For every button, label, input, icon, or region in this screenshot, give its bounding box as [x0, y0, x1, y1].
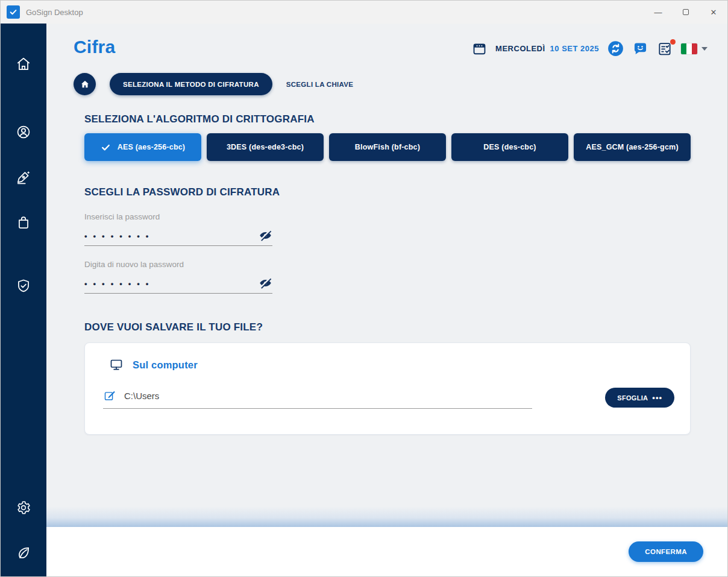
save-section: DOVE VUOI SALVARE IL TUO FILE? Sul compu…	[84, 321, 691, 435]
user-icon	[16, 124, 31, 140]
language-selector[interactable]	[681, 43, 708, 54]
minimize-button[interactable]: —	[644, 1, 672, 24]
destination-label: Sul computer	[133, 359, 198, 371]
password-field: Inserisci la password ••••••••	[84, 212, 272, 246]
password-section-title: SCEGLI LA PASSWORD DI CIFRATURA	[84, 186, 691, 198]
algo-option-blowfish[interactable]: BlowFish (bf-cbc)	[329, 133, 446, 161]
breadcrumb-home-button[interactable]	[74, 73, 96, 95]
footer: CONFERMA	[46, 527, 727, 576]
leaf-icon	[16, 545, 31, 561]
algorithm-section: SELEZIONA L'ALGORITMO DI CRITTOGRAFIA AE…	[84, 113, 691, 161]
file-path-value: C:\Users	[124, 391, 159, 401]
app-title: GoSign Desktop	[26, 8, 83, 17]
step-choose-key: SCEGLI LA CHIAVE	[286, 81, 354, 88]
password-section: SCEGLI LA PASSWORD DI CIFRATURA Inserisc…	[84, 186, 691, 294]
sidebar-item-eco[interactable]	[16, 545, 31, 561]
shield-check-icon	[16, 278, 31, 294]
sidebar-item-profile[interactable]	[16, 124, 31, 140]
password-label: Inserisci la password	[84, 212, 272, 221]
algorithm-section-title: SELEZIONA L'ALGORITMO DI CRITTOGRAFIA	[84, 113, 691, 125]
ellipsis-icon: •••	[652, 393, 662, 402]
titlebar: GoSign Desktop — ✕	[1, 1, 727, 24]
page-title: Cifra	[74, 37, 115, 57]
maximize-icon	[683, 9, 689, 15]
toggle-password-visibility-icon[interactable]	[259, 229, 272, 242]
date-value: 10 SET 2025	[550, 44, 599, 53]
close-button[interactable]: ✕	[700, 1, 727, 24]
save-section-title: DOVE VUOI SALVARE IL TUO FILE?	[84, 321, 691, 333]
home-icon	[80, 79, 90, 90]
calendar-icon	[472, 41, 487, 56]
maximize-button[interactable]	[672, 1, 700, 24]
chat-icon[interactable]	[632, 40, 648, 57]
algo-option-des[interactable]: DES (des-cbc)	[451, 133, 568, 161]
password-confirm-label: Digita di nuovo la password	[84, 260, 272, 269]
password-masked-value: ••••••••	[84, 232, 154, 242]
toggle-password-confirm-visibility-icon[interactable]	[259, 276, 272, 290]
app-window: GoSign Desktop — ✕	[0, 0, 728, 577]
confirm-button[interactable]: CONFERMA	[629, 541, 703, 562]
password-confirm-masked-value: ••••••••	[84, 280, 154, 290]
password-confirm-field: Digita di nuovo la password ••••••••	[84, 260, 272, 294]
browse-button[interactable]: SFOGLIA •••	[605, 388, 674, 408]
sidebar-item-protection[interactable]	[16, 278, 31, 294]
sidebar-item-settings[interactable]	[16, 500, 31, 516]
sync-icon[interactable]	[607, 40, 624, 57]
file-path-input[interactable]: C:\Users	[103, 386, 532, 409]
italian-flag-icon	[681, 43, 697, 54]
check-icon	[101, 142, 111, 153]
tasklist-icon[interactable]	[657, 41, 673, 57]
sidebar-item-home[interactable]	[16, 56, 31, 72]
algo-option-aes[interactable]: AES (aes-256-cbc)	[84, 133, 201, 161]
breadcrumb: SELEZIONA IL METODO DI CIFRATURA SCEGLI …	[74, 73, 691, 95]
notification-badge	[670, 39, 676, 45]
sidebar	[1, 24, 46, 576]
step-select-method[interactable]: SELEZIONA IL METODO DI CIFRATURA	[110, 73, 272, 95]
password-input[interactable]: ••••••••	[84, 221, 272, 246]
chevron-down-icon	[701, 47, 708, 51]
algo-option-aes-gcm[interactable]: AES_GCM (aes-256-gcm)	[574, 133, 691, 161]
signature-pen-icon	[16, 169, 31, 185]
sidebar-item-signature[interactable]	[16, 169, 31, 185]
gosign-logo-icon	[7, 5, 20, 19]
password-confirm-input[interactable]: ••••••••	[84, 269, 272, 294]
content-area: Cifra MERCOLEDÌ 10 SET 2025	[46, 24, 727, 527]
bag-icon	[16, 215, 31, 230]
date-weekday: MERCOLEDÌ	[495, 44, 545, 53]
gear-icon	[16, 500, 31, 516]
algo-option-3des[interactable]: 3DES (des-ede3-cbc)	[207, 133, 324, 161]
edit-icon	[103, 389, 116, 402]
sidebar-item-shop[interactable]	[16, 215, 31, 230]
save-destination-card: Sul computer C:\Users	[84, 342, 691, 435]
monitor-icon	[109, 358, 124, 372]
home-icon	[16, 56, 31, 72]
